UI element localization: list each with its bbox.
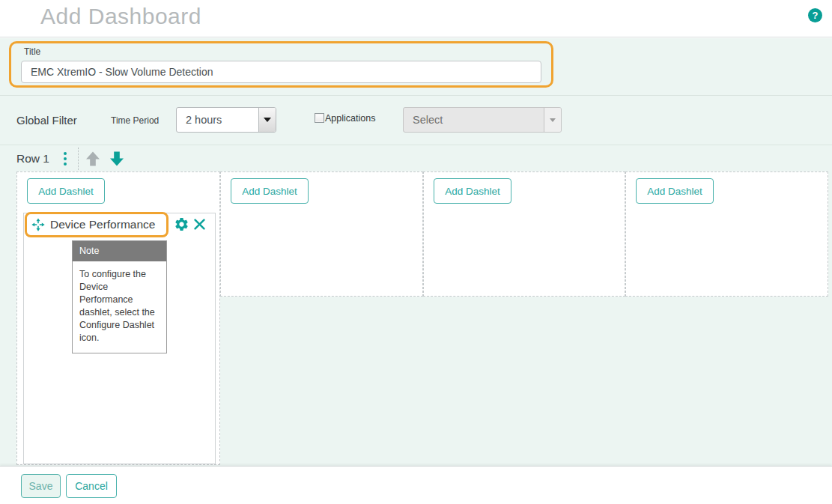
row1-header: Row 1 xyxy=(0,146,832,171)
title-field-label: Title xyxy=(24,46,40,57)
help-icon[interactable]: ? xyxy=(808,8,822,22)
row-header-divider xyxy=(78,148,79,170)
dashlet-column-2: Add Dashlet xyxy=(220,171,423,297)
time-period-label: Time Period xyxy=(111,115,159,126)
time-period-value: 2 hours xyxy=(186,108,222,132)
note-tooltip: Note To configure the Device Performance… xyxy=(72,240,167,353)
application-select-value: Select xyxy=(413,108,443,132)
global-filter-row: Global Filter Time Period 2 hours Applic… xyxy=(0,97,832,145)
title-section: Title xyxy=(0,38,832,96)
row-menu-icon[interactable] xyxy=(64,152,67,168)
dashlet-column-4: Add Dashlet xyxy=(625,171,828,297)
add-dashlet-button[interactable]: Add Dashlet xyxy=(434,178,511,204)
dashlet-title-highlight-box[interactable]: Device Performance xyxy=(25,212,168,237)
application-select-dropdown[interactable]: Select xyxy=(403,107,562,133)
caret-down-icon xyxy=(550,118,556,122)
dashlet-title: Device Performance xyxy=(50,218,155,231)
move-row-up-icon[interactable] xyxy=(84,150,102,168)
content-area: Title Global Filter Time Period 2 hours … xyxy=(0,38,832,466)
dashboard-title-input[interactable] xyxy=(21,61,541,83)
move-row-down-icon[interactable] xyxy=(108,150,126,168)
application-select-dropdown-button[interactable] xyxy=(544,108,561,132)
footer-bar: Save Cancel xyxy=(0,466,832,504)
device-performance-dashlet: Device Performance No xyxy=(23,213,216,464)
note-tooltip-header: Note xyxy=(73,241,166,261)
dashlet-header: Device Performance xyxy=(24,213,215,238)
add-dashboard-page: Add Dashboard ? Title Global Filter Time… xyxy=(0,0,832,504)
page-title: Add Dashboard xyxy=(40,4,201,29)
time-period-dropdown-button[interactable] xyxy=(258,108,276,132)
title-highlight-box: Title xyxy=(9,41,553,88)
dashlet-column-3: Add Dashlet xyxy=(423,171,625,297)
row1-label: Row 1 xyxy=(16,152,49,166)
add-dashlet-button[interactable]: Add Dashlet xyxy=(636,178,714,204)
note-tooltip-body: To configure the Device Performance dash… xyxy=(73,261,166,353)
cancel-button[interactable]: Cancel xyxy=(66,474,117,498)
caret-down-icon xyxy=(264,118,271,122)
dashlet-column-1: Add Dashlet xyxy=(16,171,220,465)
add-dashlet-button[interactable]: Add Dashlet xyxy=(231,178,309,204)
configure-dashlet-icon[interactable] xyxy=(174,216,189,232)
save-button[interactable]: Save xyxy=(21,474,61,498)
move-dashlet-icon[interactable] xyxy=(31,218,45,231)
time-period-dropdown[interactable]: 2 hours xyxy=(176,107,276,133)
page-header: Add Dashboard ? xyxy=(0,0,832,37)
remove-dashlet-icon[interactable] xyxy=(193,218,206,231)
global-filter-label: Global Filter xyxy=(16,114,77,127)
dashlet-columns: Add Dashlet xyxy=(16,171,830,466)
applications-checkbox-label: Applications xyxy=(325,113,375,124)
add-dashlet-button[interactable]: Add Dashlet xyxy=(27,178,105,204)
applications-checkbox[interactable] xyxy=(315,113,324,123)
